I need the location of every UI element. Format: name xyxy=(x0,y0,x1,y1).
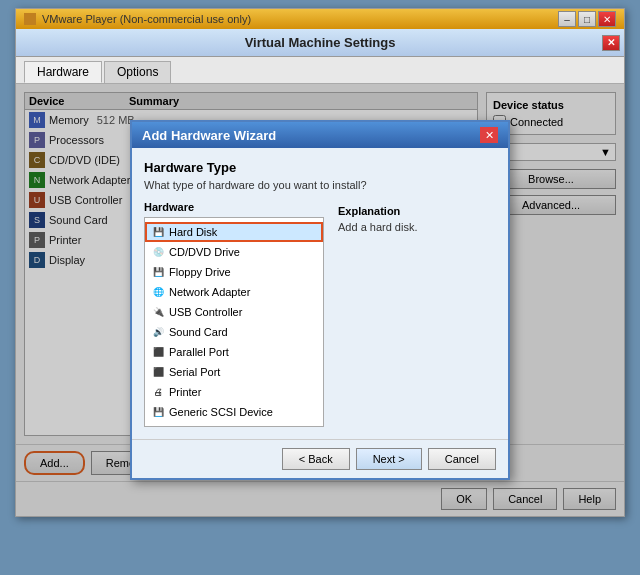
sound-card-icon: 🔊 xyxy=(151,325,165,339)
tab-options[interactable]: Options xyxy=(104,61,171,83)
modal-title: Add Hardware Wizard xyxy=(142,128,276,143)
parallel-port-icon: ⬛ xyxy=(151,345,165,359)
modal-heading: Hardware Type xyxy=(144,160,496,175)
hw-item-serial[interactable]: ⬛ Serial Port xyxy=(145,362,323,382)
modal-back-button[interactable]: < Back xyxy=(282,448,350,470)
hw-item-usb[interactable]: 🔌 USB Controller xyxy=(145,302,323,322)
hw-item-label: Generic SCSI Device xyxy=(169,406,273,418)
modal-subtext: What type of hardware do you want to ins… xyxy=(144,179,496,191)
hw-item-label: Floppy Drive xyxy=(169,266,231,278)
hw-item-label: USB Controller xyxy=(169,306,242,318)
hw-item-cddvd[interactable]: 💿 CD/DVD Drive xyxy=(145,242,323,262)
window-close-button[interactable]: ✕ xyxy=(602,35,620,51)
modal-cancel-button[interactable]: Cancel xyxy=(428,448,496,470)
hardware-label: Hardware xyxy=(144,201,324,213)
modal-next-button[interactable]: Next > xyxy=(356,448,422,470)
explanation-text: Add a hard disk. xyxy=(338,221,492,233)
cddvd-drive-icon: 💿 xyxy=(151,245,165,259)
hw-item-floppy[interactable]: 💾 Floppy Drive xyxy=(145,262,323,282)
usb-controller-icon: 🔌 xyxy=(151,305,165,319)
hw-item-hard-disk[interactable]: 💾 Hard Disk xyxy=(145,222,323,242)
modal-close-button[interactable]: ✕ xyxy=(480,127,498,143)
hw-item-label: Serial Port xyxy=(169,366,220,378)
hw-item-label: Hard Disk xyxy=(169,226,217,238)
app-title: VMware Player (Non-commercial use only) xyxy=(42,13,251,25)
explanation-title: Explanation xyxy=(338,205,492,217)
hw-item-label: Printer xyxy=(169,386,201,398)
hw-item-sound[interactable]: 🔊 Sound Card xyxy=(145,322,323,342)
floppy-icon: 💾 xyxy=(151,265,165,279)
network-adapter-icon: 🌐 xyxy=(151,285,165,299)
hw-item-label: Sound Card xyxy=(169,326,228,338)
serial-port-icon: ⬛ xyxy=(151,365,165,379)
hard-disk-icon: 💾 xyxy=(151,225,165,239)
hw-item-scsi[interactable]: 💾 Generic SCSI Device xyxy=(145,402,323,422)
hw-item-label: Parallel Port xyxy=(169,346,229,358)
hardware-list: 💾 Hard Disk 💿 CD/DVD Drive 💾 xyxy=(144,217,324,427)
hw-item-network[interactable]: 🌐 Network Adapter xyxy=(145,282,323,302)
modal-overlay: Add Hardware Wizard ✕ Hardware Type What… xyxy=(16,84,624,516)
add-hardware-modal: Add Hardware Wizard ✕ Hardware Type What… xyxy=(130,120,510,480)
app-close-button[interactable]: ✕ xyxy=(598,11,616,27)
hw-item-label: Network Adapter xyxy=(169,286,250,298)
hw-item-parallel[interactable]: ⬛ Parallel Port xyxy=(145,342,323,362)
tab-hardware[interactable]: Hardware xyxy=(24,61,102,83)
maximize-button[interactable]: □ xyxy=(578,11,596,27)
hw-item-printer[interactable]: 🖨 Printer xyxy=(145,382,323,402)
hw-item-label: CD/DVD Drive xyxy=(169,246,240,258)
explanation-box: Explanation Add a hard disk. xyxy=(334,201,496,427)
minimize-button[interactable]: – xyxy=(558,11,576,27)
window-title: Virtual Machine Settings xyxy=(245,35,396,50)
printer-hw-icon: 🖨 xyxy=(151,385,165,399)
scsi-icon: 💾 xyxy=(151,405,165,419)
